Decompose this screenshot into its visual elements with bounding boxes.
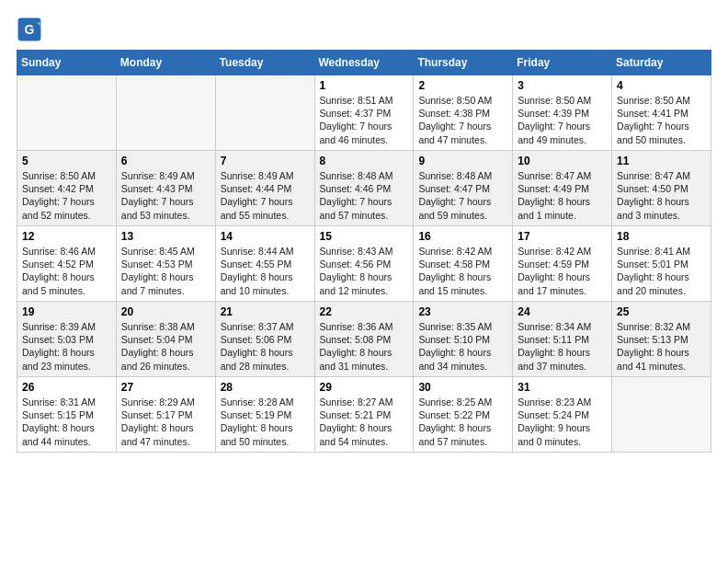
day-number: 23: [418, 305, 507, 318]
calendar-cell: 27Sunrise: 8:29 AM Sunset: 5:17 PM Dayli…: [116, 377, 215, 453]
calendar-cell: 22Sunrise: 8:36 AM Sunset: 5:08 PM Dayli…: [314, 302, 414, 377]
day-info: Sunrise: 8:27 AM Sunset: 5:21 PM Dayligh…: [320, 396, 409, 448]
calendar-cell: [17, 75, 117, 151]
calendar-cell: 26Sunrise: 8:31 AM Sunset: 5:15 PM Dayli…: [17, 377, 117, 453]
day-number: 28: [221, 381, 310, 394]
calendar-cell: 1Sunrise: 8:51 AM Sunset: 4:37 PM Daylig…: [314, 75, 414, 151]
day-info: Sunrise: 8:39 AM Sunset: 5:03 PM Dayligh…: [22, 320, 111, 373]
calendar-week-row: 1Sunrise: 8:51 AM Sunset: 4:37 PM Daylig…: [17, 75, 711, 151]
day-number: 10: [518, 155, 607, 167]
day-info: Sunrise: 8:23 AM Sunset: 5:24 PM Dayligh…: [518, 396, 607, 448]
calendar-week-row: 5Sunrise: 8:50 AM Sunset: 4:42 PM Daylig…: [17, 151, 711, 226]
day-number: 29: [320, 381, 409, 394]
day-number: 25: [617, 305, 706, 318]
calendar-week-row: 26Sunrise: 8:31 AM Sunset: 5:15 PM Dayli…: [17, 377, 711, 453]
calendar-cell: [116, 75, 215, 151]
day-number: 5: [22, 155, 111, 167]
calendar-cell: 25Sunrise: 8:32 AM Sunset: 5:13 PM Dayli…: [612, 302, 711, 377]
calendar-cell: 13Sunrise: 8:45 AM Sunset: 4:53 PM Dayli…: [116, 226, 215, 302]
header: G: [17, 17, 711, 42]
day-info: Sunrise: 8:46 AM Sunset: 4:52 PM Dayligh…: [22, 245, 111, 297]
calendar-cell: 5Sunrise: 8:50 AM Sunset: 4:42 PM Daylig…: [17, 151, 117, 226]
day-info: Sunrise: 8:25 AM Sunset: 5:22 PM Dayligh…: [418, 396, 507, 448]
calendar-cell: 16Sunrise: 8:42 AM Sunset: 4:58 PM Dayli…: [414, 226, 513, 302]
day-number: 27: [121, 381, 210, 394]
calendar-cell: 2Sunrise: 8:50 AM Sunset: 4:38 PM Daylig…: [414, 75, 513, 151]
day-info: Sunrise: 8:50 AM Sunset: 4:42 PM Dayligh…: [22, 169, 111, 222]
calendar-cell: 11Sunrise: 8:47 AM Sunset: 4:50 PM Dayli…: [612, 151, 711, 226]
day-info: Sunrise: 8:44 AM Sunset: 4:55 PM Dayligh…: [221, 245, 310, 297]
calendar-cell: 23Sunrise: 8:35 AM Sunset: 5:10 PM Dayli…: [414, 302, 513, 377]
day-info: Sunrise: 8:28 AM Sunset: 5:19 PM Dayligh…: [221, 396, 310, 448]
col-header-tuesday: Tuesday: [215, 51, 314, 75]
calendar-table: SundayMondayTuesdayWednesdayThursdayFrid…: [17, 50, 711, 453]
day-number: 11: [617, 155, 706, 167]
calendar-header-row: SundayMondayTuesdayWednesdayThursdayFrid…: [17, 51, 711, 75]
day-info: Sunrise: 8:51 AM Sunset: 4:37 PM Dayligh…: [320, 94, 409, 146]
logo: G: [17, 17, 44, 42]
day-number: 18: [617, 230, 706, 243]
day-number: 31: [518, 381, 607, 394]
calendar-week-row: 12Sunrise: 8:46 AM Sunset: 4:52 PM Dayli…: [17, 226, 711, 302]
day-info: Sunrise: 8:47 AM Sunset: 4:49 PM Dayligh…: [518, 169, 607, 222]
day-info: Sunrise: 8:41 AM Sunset: 5:01 PM Dayligh…: [617, 245, 706, 297]
day-info: Sunrise: 8:38 AM Sunset: 5:04 PM Dayligh…: [121, 320, 210, 373]
day-number: 21: [221, 305, 310, 318]
day-number: 15: [320, 230, 409, 243]
calendar-cell: 6Sunrise: 8:49 AM Sunset: 4:43 PM Daylig…: [116, 151, 215, 226]
calendar-cell: 28Sunrise: 8:28 AM Sunset: 5:19 PM Dayli…: [215, 377, 314, 453]
calendar-cell: 19Sunrise: 8:39 AM Sunset: 5:03 PM Dayli…: [17, 302, 117, 377]
day-number: 22: [320, 305, 409, 318]
calendar-cell: 18Sunrise: 8:41 AM Sunset: 5:01 PM Dayli…: [612, 226, 711, 302]
calendar-cell: 15Sunrise: 8:43 AM Sunset: 4:56 PM Dayli…: [314, 226, 414, 302]
calendar-cell: 9Sunrise: 8:48 AM Sunset: 4:47 PM Daylig…: [414, 151, 513, 226]
calendar-cell: 31Sunrise: 8:23 AM Sunset: 5:24 PM Dayli…: [513, 377, 612, 453]
col-header-sunday: Sunday: [17, 51, 117, 75]
calendar-cell: 20Sunrise: 8:38 AM Sunset: 5:04 PM Dayli…: [116, 302, 215, 377]
day-info: Sunrise: 8:49 AM Sunset: 4:44 PM Dayligh…: [221, 169, 310, 222]
day-info: Sunrise: 8:36 AM Sunset: 5:08 PM Dayligh…: [320, 320, 409, 373]
day-info: Sunrise: 8:47 AM Sunset: 4:50 PM Dayligh…: [617, 169, 706, 222]
day-number: 8: [320, 155, 409, 167]
calendar-cell: 14Sunrise: 8:44 AM Sunset: 4:55 PM Dayli…: [215, 226, 314, 302]
day-number: 14: [221, 230, 310, 243]
calendar-cell: 7Sunrise: 8:49 AM Sunset: 4:44 PM Daylig…: [215, 151, 314, 226]
page: G SundayMondayTuesdayWednesdayThursdayFr…: [0, 0, 728, 563]
day-number: 7: [221, 155, 310, 167]
col-header-monday: Monday: [116, 51, 215, 75]
calendar-cell: 4Sunrise: 8:50 AM Sunset: 4:41 PM Daylig…: [612, 75, 711, 151]
day-info: Sunrise: 8:49 AM Sunset: 4:43 PM Dayligh…: [121, 169, 210, 222]
day-number: 12: [22, 230, 111, 243]
day-number: 16: [418, 230, 507, 243]
calendar-cell: 12Sunrise: 8:46 AM Sunset: 4:52 PM Dayli…: [17, 226, 117, 302]
svg-text:G: G: [25, 22, 35, 37]
calendar-cell: [215, 75, 314, 151]
day-number: 4: [617, 79, 706, 92]
day-info: Sunrise: 8:42 AM Sunset: 4:58 PM Dayligh…: [418, 245, 507, 297]
day-info: Sunrise: 8:29 AM Sunset: 5:17 PM Dayligh…: [121, 396, 210, 448]
calendar-cell: 30Sunrise: 8:25 AM Sunset: 5:22 PM Dayli…: [414, 377, 513, 453]
logo-icon: G: [17, 17, 42, 42]
day-info: Sunrise: 8:50 AM Sunset: 4:38 PM Dayligh…: [418, 94, 507, 146]
col-header-thursday: Thursday: [414, 51, 513, 75]
calendar-cell: 29Sunrise: 8:27 AM Sunset: 5:21 PM Dayli…: [314, 377, 414, 453]
col-header-friday: Friday: [513, 51, 612, 75]
day-number: 3: [518, 79, 607, 92]
day-info: Sunrise: 8:48 AM Sunset: 4:47 PM Dayligh…: [418, 169, 507, 222]
day-number: 20: [121, 305, 210, 318]
calendar-week-row: 19Sunrise: 8:39 AM Sunset: 5:03 PM Dayli…: [17, 302, 711, 377]
day-info: Sunrise: 8:42 AM Sunset: 4:59 PM Dayligh…: [518, 245, 607, 297]
col-header-saturday: Saturday: [612, 51, 711, 75]
calendar-cell: 21Sunrise: 8:37 AM Sunset: 5:06 PM Dayli…: [215, 302, 314, 377]
day-info: Sunrise: 8:50 AM Sunset: 4:39 PM Dayligh…: [518, 94, 607, 146]
day-info: Sunrise: 8:37 AM Sunset: 5:06 PM Dayligh…: [221, 320, 310, 373]
day-info: Sunrise: 8:34 AM Sunset: 5:11 PM Dayligh…: [518, 320, 607, 373]
calendar-cell: [612, 377, 711, 453]
day-info: Sunrise: 8:48 AM Sunset: 4:46 PM Dayligh…: [320, 169, 409, 222]
day-number: 30: [418, 381, 507, 394]
calendar-cell: 3Sunrise: 8:50 AM Sunset: 4:39 PM Daylig…: [513, 75, 612, 151]
day-info: Sunrise: 8:32 AM Sunset: 5:13 PM Dayligh…: [617, 320, 706, 373]
day-info: Sunrise: 8:50 AM Sunset: 4:41 PM Dayligh…: [617, 94, 706, 146]
calendar-cell: 24Sunrise: 8:34 AM Sunset: 5:11 PM Dayli…: [513, 302, 612, 377]
day-number: 2: [418, 79, 507, 92]
